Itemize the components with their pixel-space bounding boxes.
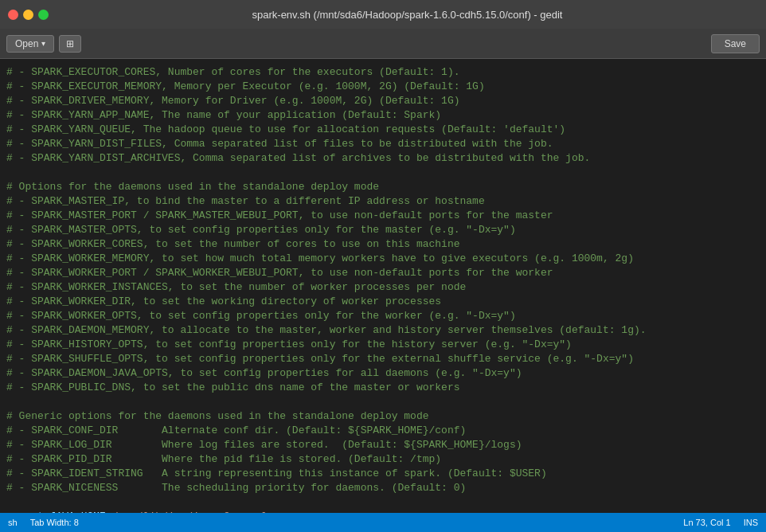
- status-bar: sh Tab Width: 8 Ln 73, Col 1 INS: [0, 513, 766, 532]
- code-line-17: # - SPARK_WORKER_DIR, to set the working…: [6, 295, 441, 307]
- code-line-2: # - SPARK_EXECUTOR_MEMORY, Memory per Ex…: [6, 80, 485, 92]
- cursor-position: Ln 73, Col 1: [683, 518, 730, 527]
- code-line-13: # - SPARK_WORKER_CORES, to set the numbe…: [6, 238, 460, 250]
- open-label: Open: [15, 38, 38, 49]
- code-line-1: # - SPARK_EXECUTOR_CORES, Number of core…: [6, 66, 460, 78]
- main-window: spark-env.sh (/mnt/sda6/Hadoop/spark-1.6…: [0, 0, 766, 532]
- code-line-23: # - SPARK_PUBLIC_DNS, to set the public …: [6, 381, 460, 393]
- code-line-4: # - SPARK_YARN_APP_NAME, The name of you…: [6, 109, 441, 121]
- code-line-28: # - SPARK_PID_DIR Where the pid file is …: [6, 453, 441, 465]
- code-block: # - SPARK_EXECUTOR_CORES, Number of core…: [0, 62, 766, 513]
- code-line-20: # - SPARK_HISTORY_OPTS, to set config pr…: [6, 338, 572, 350]
- code-line-12: # - SPARK_MASTER_OPTS, to set config pro…: [6, 224, 516, 236]
- code-line-25: # Generic options for the daemons used i…: [6, 410, 429, 422]
- code-line-5: # - SPARK_YARN_QUEUE, The hadoop queue t…: [6, 123, 565, 135]
- code-line-21: # - SPARK_SHUFFLE_OPTS, to set config pr…: [6, 353, 634, 365]
- code-line-6: # - SPARK_YARN_DIST_FILES, Comma separat…: [6, 138, 553, 150]
- code-line-22: # - SPARK_DAEMON_JAVA_OPTS, to set confi…: [6, 367, 522, 379]
- code-line-27: # - SPARK_LOG_DIR Where log files are st…: [6, 439, 522, 451]
- window-controls: [8, 10, 49, 20]
- status-right: Ln 73, Col 1 INS: [683, 518, 758, 527]
- minimize-button[interactable]: [23, 10, 33, 20]
- code-line-10: # - SPARK_MASTER_IP, to bind the master …: [6, 195, 485, 207]
- status-left: sh Tab Width: 8: [8, 518, 79, 527]
- language-indicator: sh: [8, 518, 18, 527]
- code-line-9: # Options for the daemons used in the st…: [6, 181, 379, 193]
- code-line-29: # - SPARK_IDENT_STRING A string represen…: [6, 467, 547, 479]
- open-dropdown-icon: ▾: [41, 39, 45, 48]
- code-line-18: # - SPARK_WORKER_OPTS, to set config pro…: [6, 310, 516, 322]
- window-title: spark-env.sh (/mnt/sda6/Hadoop/spark-1.6…: [57, 9, 758, 21]
- maximize-button[interactable]: [38, 10, 49, 20]
- code-line-26: # - SPARK_CONF_DIR Alternate conf dir. (…: [6, 424, 466, 436]
- title-bar: spark-env.sh (/mnt/sda6/Hadoop/spark-1.6…: [0, 0, 766, 29]
- code-line-11: # - SPARK_MASTER_PORT / SPARK_MASTER_WEB…: [6, 209, 553, 221]
- code-line-15: # - SPARK_WORKER_PORT / SPARK_WORKER_WEB…: [6, 267, 553, 279]
- close-button[interactable]: [8, 10, 18, 20]
- editor-area[interactable]: # - SPARK_EXECUTOR_CORES, Number of core…: [0, 59, 766, 513]
- code-line-14: # - SPARK_WORKER_MEMORY, to set how much…: [6, 252, 634, 264]
- tab-width-indicator: Tab Width: 8: [30, 518, 79, 527]
- code-line-7: # - SPARK_YARN_DIST_ARCHIVES, Comma sepa…: [6, 152, 590, 164]
- code-line-19: # - SPARK_DAEMON_MEMORY, to allocate to …: [6, 324, 647, 336]
- code-line-16: # - SPARK_WORKER_INSTANCES, to set the n…: [6, 281, 466, 293]
- open-button[interactable]: Open ▾: [6, 35, 54, 53]
- edit-mode: INS: [744, 518, 758, 527]
- filemanager-button[interactable]: ⊞: [59, 35, 81, 53]
- save-button[interactable]: Save: [711, 34, 760, 53]
- toolbar: Open ▾ ⊞ Save: [0, 29, 766, 59]
- code-line-30: # - SPARK_NICENESS The scheduling priori…: [6, 482, 466, 494]
- code-line-3: # - SPARK_DRIVER_MEMORY, Memory for Driv…: [6, 95, 460, 107]
